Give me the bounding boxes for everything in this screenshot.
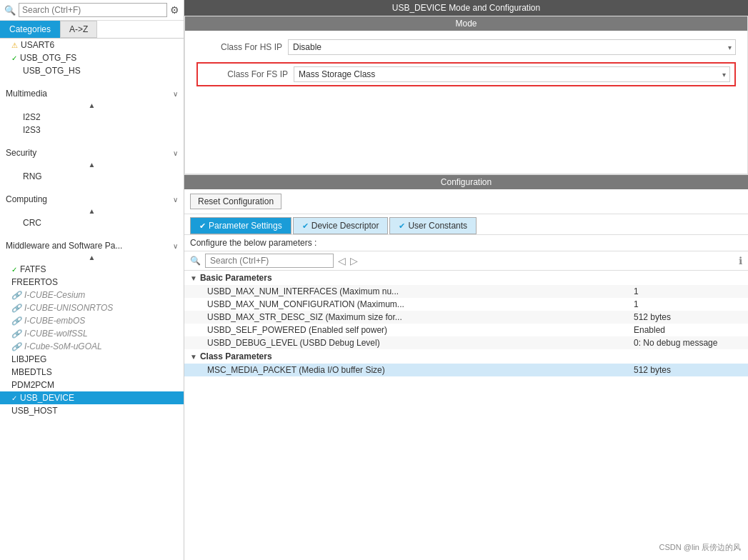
param-name: USBD_SELF_POWERED (Enabled self power) — [207, 325, 628, 335]
params-search-input[interactable] — [205, 254, 334, 268]
sidebar-item-label: USB_DEVICE — [20, 393, 74, 403]
sidebar-item-icube-somugoal[interactable]: 🔗 I-Cube-SoM-uGOAL — [0, 340, 184, 353]
sidebar-item-i2s3[interactable]: I2S3 — [0, 124, 184, 136]
info-icon[interactable]: ℹ — [739, 255, 742, 266]
params-content: ▼ Basic Parameters USBD_MAX_NUM_INTERFAC… — [184, 271, 748, 560]
class-fs-ip-select-wrapper: Mass Storage Class Disable CDC HID ▾ — [294, 66, 730, 82]
config-tabs: ✔ Parameter Settings ✔ Device Descriptor… — [184, 214, 748, 235]
sidebar-item-label: I-Cube-SoM-uGOAL — [24, 341, 102, 351]
sidebar-item-label: I-CUBE-Cesium — [24, 290, 85, 300]
sidebar-item-label: I2S3 — [23, 125, 41, 135]
param-row: USBD_MAX_NUM_INTERFACES (Maximum nu... 1 — [184, 285, 748, 298]
param-name: MSC_MEDIA_PACKET (Media I/O buffer Size) — [207, 365, 628, 375]
tab-parameter-settings[interactable]: ✔ Parameter Settings — [190, 217, 291, 234]
sidebar-item-icube-unisonrtos[interactable]: 🔗 I-CUBE-UNISONRTOS — [0, 301, 184, 314]
sidebar: 🔍 ⚙ Categories A->Z ⚠ USART6 ✓ USB_OTG_F… — [0, 0, 184, 560]
param-group-basic[interactable]: ▼ Basic Parameters — [184, 271, 748, 285]
sidebar-item-label: RNG — [23, 171, 42, 181]
sidebar-item-usb-device[interactable]: ✓ USB_DEVICE — [0, 391, 184, 404]
param-value: 512 bytes — [628, 365, 742, 375]
check-icon: ✓ — [11, 266, 17, 274]
param-name: USBD_MAX_NUM_CONFIGURATION (Maximum... — [207, 299, 628, 309]
main-content: USB_DEVICE Mode and Configuration Mode C… — [184, 0, 748, 560]
sidebar-item-icube-wolfssl[interactable]: 🔗 I-CUBE-wolfSSL — [0, 327, 184, 340]
section-label: Security — [6, 148, 36, 158]
tab-az[interactable]: A->Z — [60, 21, 97, 38]
sidebar-item-label: CRC — [23, 218, 41, 228]
params-configure-label: Configure the below parameters : — [184, 235, 748, 251]
sidebar-item-i2s2[interactable]: I2S2 — [0, 111, 184, 124]
sidebar-top-bar: 🔍 ⚙ — [0, 0, 184, 21]
param-row: USBD_DEBUG_LEVEL (USBD Debug Level) 0: N… — [184, 336, 748, 349]
sidebar-item-pdm2pcm[interactable]: PDM2PCM — [0, 379, 184, 391]
sidebar-search-input[interactable] — [19, 3, 167, 17]
sidebar-item-label: I-CUBE-UNISONRTOS — [24, 303, 113, 313]
sidebar-item-label: MBEDTLS — [11, 367, 52, 377]
check-icon-active: ✓ — [11, 394, 17, 402]
sidebar-item-label: LIBJPEG — [11, 354, 46, 364]
param-value: Enabled — [628, 325, 742, 335]
chevron-down-icon: ∨ — [173, 90, 178, 98]
sidebar-item-label: USART6 — [21, 40, 54, 50]
sidebar-item-label: PDM2PCM — [11, 380, 54, 390]
scroll-up-arrow2[interactable]: ▲ — [0, 159, 184, 170]
class-fs-ip-select[interactable]: Mass Storage Class Disable CDC HID — [294, 66, 730, 82]
scroll-up-arrow4[interactable]: ▲ — [0, 252, 184, 263]
param-value: 1 — [628, 299, 742, 309]
sidebar-item-label: I-CUBE-wolfSSL — [24, 329, 88, 339]
nav-next-icon[interactable]: ▷ — [350, 255, 358, 266]
gear-icon[interactable]: ⚙ — [170, 4, 179, 16]
param-row: USBD_SELF_POWERED (Enabled self power) E… — [184, 324, 748, 336]
sidebar-section-computing[interactable]: Computing ∨ — [0, 190, 184, 206]
section-label: Middleware and Software Pa... — [6, 241, 122, 251]
sidebar-item-fatfs[interactable]: ✓ FATFS — [0, 263, 184, 276]
param-value: 0: No debug message — [628, 338, 742, 348]
check-icon: ✔ — [302, 221, 309, 231]
param-group-class[interactable]: ▼ Class Parameters — [184, 349, 748, 364]
param-name: USBD_MAX_NUM_INTERFACES (Maximum nu... — [207, 286, 628, 296]
sidebar-section-security[interactable]: Security ∨ — [0, 144, 184, 159]
class-hs-ip-label: Class For HS IP — [196, 42, 282, 52]
chevron-down-icon: ∨ — [173, 196, 178, 204]
sidebar-item-icube-cesium[interactable]: 🔗 I-CUBE-Cesium — [0, 289, 184, 301]
watermark: CSDN @lin 辰傍边的风 — [659, 542, 741, 553]
search-icon: 🔍 — [4, 5, 16, 16]
params-search-bar: 🔍 ◁ ▷ ℹ — [184, 251, 748, 271]
sidebar-item-icube-embos[interactable]: 🔗 I-CUBE-embOS — [0, 314, 184, 327]
tab-device-descriptor[interactable]: ✔ Device Descriptor — [293, 217, 389, 234]
sidebar-item-crc[interactable]: CRC — [0, 216, 184, 229]
config-toolbar: Reset Configuration — [184, 189, 748, 214]
param-value: 512 bytes — [628, 312, 742, 322]
sidebar-item-label: FREERTOS — [11, 277, 58, 287]
sidebar-item-usart6[interactable]: ⚠ USART6 — [0, 39, 184, 51]
link-icon: 🔗 — [11, 304, 21, 313]
scroll-up-arrow3[interactable]: ▲ — [0, 206, 184, 216]
sidebar-section-multimedia[interactable]: Multimedia ∨ — [0, 84, 184, 100]
sidebar-section-middleware[interactable]: Middleware and Software Pa... ∨ — [0, 236, 184, 252]
chevron-down-icon: ▼ — [190, 274, 197, 282]
sidebar-item-libjpeg[interactable]: LIBJPEG — [0, 353, 184, 366]
param-value: 1 — [628, 286, 742, 296]
mode-section: Mode Class For HS IP Disable CDC MSC HID… — [184, 16, 748, 174]
section-label: Computing — [6, 194, 47, 204]
link-icon: 🔗 — [11, 291, 21, 300]
tab-label: User Constants — [408, 221, 467, 231]
sidebar-item-freertos[interactable]: FREERTOS — [0, 276, 184, 289]
tab-categories[interactable]: Categories — [0, 21, 60, 38]
sidebar-item-label: FATFS — [20, 264, 46, 274]
param-row: USBD_MAX_STR_DESC_SIZ (Maximum size for.… — [184, 311, 748, 324]
config-section: Configuration Reset Configuration ✔ Para… — [184, 174, 748, 560]
sidebar-item-label: USB_OTG_FS — [20, 53, 76, 63]
nav-prev-icon[interactable]: ◁ — [338, 255, 346, 266]
sidebar-item-usb-otg-fs[interactable]: ✓ USB_OTG_FS — [0, 51, 184, 64]
reset-configuration-button[interactable]: Reset Configuration — [190, 194, 281, 209]
sidebar-item-rng[interactable]: RNG — [0, 170, 184, 183]
sidebar-item-usb-otg-hs[interactable]: USB_OTG_HS — [0, 64, 184, 77]
tab-user-constants[interactable]: ✔ User Constants — [389, 217, 477, 234]
sidebar-item-label: I2S2 — [23, 112, 41, 122]
chevron-down-icon: ∨ — [173, 149, 178, 157]
class-hs-ip-select[interactable]: Disable CDC MSC HID — [288, 39, 736, 55]
sidebar-item-usb-host[interactable]: USB_HOST — [0, 404, 184, 417]
sidebar-item-mbedtls[interactable]: MBEDTLS — [0, 366, 184, 379]
scroll-up-arrow[interactable]: ▲ — [0, 100, 184, 111]
